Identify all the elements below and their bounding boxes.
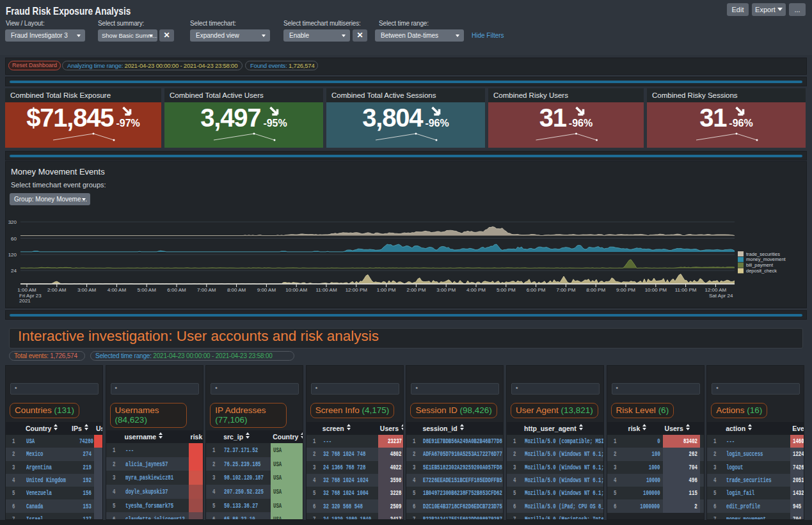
svg-text:10:00 PM: 10:00 PM xyxy=(645,287,667,293)
svg-text:4:00 PM: 4:00 PM xyxy=(466,287,486,293)
svg-text:money_movement: money_movement xyxy=(746,256,786,262)
svg-text:trade_securities: trade_securities xyxy=(746,251,780,257)
svg-text:11:00 PM: 11:00 PM xyxy=(675,287,697,293)
svg-text:60: 60 xyxy=(11,236,17,242)
svg-text:3:00 PM: 3:00 PM xyxy=(436,287,456,293)
svg-text:8:00 AM: 8:00 AM xyxy=(227,287,246,293)
svg-text:120: 120 xyxy=(8,252,17,258)
svg-text:12:00 PM: 12:00 PM xyxy=(346,287,368,293)
svg-text:2:00 AM: 2:00 AM xyxy=(47,287,67,293)
svg-text:7:00 PM: 7:00 PM xyxy=(557,287,576,293)
svg-text:7:00 AM: 7:00 AM xyxy=(197,287,216,293)
svg-text:deposit_check: deposit_check xyxy=(746,268,777,274)
svg-text:6:00 PM: 6:00 PM xyxy=(527,287,546,293)
svg-text:11:00 AM: 11:00 AM xyxy=(315,287,337,293)
svg-text:1:00 PM: 1:00 PM xyxy=(377,287,396,293)
svg-text:4:00 AM: 4:00 AM xyxy=(107,287,127,293)
svg-text:5:00 PM: 5:00 PM xyxy=(497,287,516,293)
svg-text:24: 24 xyxy=(11,268,17,274)
svg-text:5:00 AM: 5:00 AM xyxy=(138,287,157,293)
svg-text:10:00 AM: 10:00 AM xyxy=(285,287,307,293)
svg-text:9:00 PM: 9:00 PM xyxy=(616,287,635,293)
svg-text:6:00 AM: 6:00 AM xyxy=(167,287,186,293)
svg-text:8:00 PM: 8:00 PM xyxy=(586,287,605,293)
svg-text:9:00 AM: 9:00 AM xyxy=(257,287,276,293)
svg-text:2:00 PM: 2:00 PM xyxy=(407,287,426,293)
svg-text:320: 320 xyxy=(8,219,17,225)
svg-text:Sat Apr 24: Sat Apr 24 xyxy=(709,293,733,299)
svg-text:bill_payment: bill_payment xyxy=(746,262,774,268)
svg-text:3:00 AM: 3:00 AM xyxy=(77,287,97,293)
svg-text:2021: 2021 xyxy=(19,298,31,304)
